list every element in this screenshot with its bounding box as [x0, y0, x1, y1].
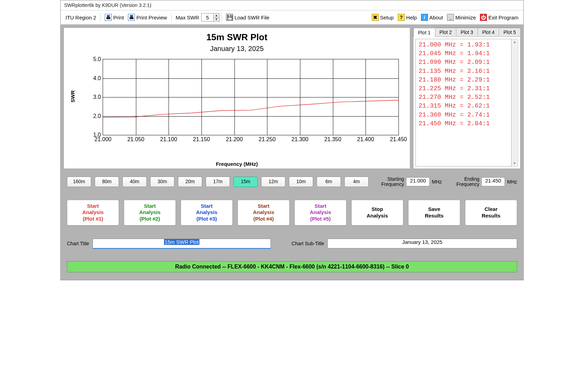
floppy-icon: 💾 — [226, 14, 233, 21]
band-row: 160m80m40m30m20m17m15m12m10m6m4m Startin… — [63, 174, 521, 189]
help-button[interactable]: ?Help — [396, 13, 419, 22]
band-20m[interactable]: 20m — [178, 177, 202, 187]
load-swr-button[interactable]: 💾Load SWR File — [224, 13, 272, 22]
y-tick: 2.0 — [93, 113, 103, 119]
title-row: Chart Title 15m SWR Plot Chart Sub-Title… — [63, 235, 521, 252]
x-tick: 21.450 — [390, 135, 407, 143]
x-tick: 21.200 — [226, 135, 243, 143]
max-swr-label: Max SWR — [174, 14, 201, 21]
spin-up[interactable]: ▲ — [214, 14, 219, 18]
x-tick: 21.300 — [292, 135, 309, 143]
x-axis-label: Frequency (MHz) — [68, 161, 406, 167]
tab-plot-2[interactable]: Plot 2 — [435, 28, 457, 36]
chart-subtitle-input[interactable]: January 13, 2025 — [327, 239, 517, 248]
max-swr-spinner[interactable]: ▲▼ — [201, 13, 220, 22]
band-12m[interactable]: 12m — [261, 177, 285, 187]
analysis-btn-4[interactable]: StartAnalysis(Plot #5) — [294, 200, 346, 225]
band-buttons: 160m80m40m30m20m17m15m12m10m6m4m — [67, 177, 369, 187]
band-40m[interactable]: 40m — [122, 177, 147, 187]
max-swr-input[interactable] — [201, 14, 213, 21]
y-tick: 5.0 — [93, 56, 103, 62]
tab-plot-4[interactable]: Plot 4 — [478, 28, 499, 36]
setup-button[interactable]: ✖Setup — [370, 13, 396, 22]
app-window: SWRplotter6k by K9DUR (Version 3.2.1) IT… — [60, 0, 524, 280]
exit-button[interactable]: ⏻Exit Program — [478, 13, 521, 22]
itu-region-button[interactable]: ITU Region 2 — [63, 14, 98, 21]
plot-tabs: Plot 1Plot 2Plot 3Plot 4Plot 5 — [413, 28, 520, 37]
chart-title: 15m SWR Plot — [68, 32, 406, 43]
analysis-btn-1[interactable]: StartAnalysis(Plot #2) — [124, 200, 176, 225]
help-icon: ? — [398, 14, 405, 21]
body: 15m SWR Plot January 13, 2025 SWR 1.02.0… — [61, 25, 523, 280]
data-list: 21.000 MHz = 1.93:1 21.045 MHz = 1.94:1 … — [415, 39, 512, 167]
tab-plot-3[interactable]: Plot 3 — [456, 28, 478, 36]
y-axis-label: SWR — [70, 90, 76, 102]
x-tick: 21.050 — [127, 135, 144, 143]
print-preview-button[interactable]: 🖶Print Preview — [126, 13, 169, 22]
x-tick: 21.350 — [324, 135, 341, 143]
starting-frequency: StartingFrequency 21.000 MHz — [381, 177, 442, 187]
chart-subtitle-label: Chart Sub-Title — [292, 241, 324, 246]
x-tick: 21.150 — [193, 135, 210, 143]
status-row: Radio Connected -- FLEX-6600 - KK4CNM - … — [63, 258, 521, 277]
end-freq-input[interactable]: 21.450 — [481, 177, 505, 186]
chart-box: 1.02.03.04.05.021.00021.05021.10021.1502… — [89, 59, 399, 149]
ending-frequency: EndingFrequency 21.450 MHz — [456, 177, 517, 187]
start-freq-label: StartingFrequency — [381, 177, 404, 187]
print-icon: 🖶 — [105, 14, 112, 21]
band-80m[interactable]: 80m — [95, 177, 119, 187]
y-tick: 3.0 — [93, 94, 103, 100]
tab-plot-1[interactable]: Plot 1 — [413, 28, 435, 37]
mhz-unit: MHz — [507, 179, 517, 185]
print-button[interactable]: 🖶Print — [103, 13, 126, 22]
band-4m[interactable]: 4m — [344, 177, 369, 187]
analysis-btn-7[interactable]: ClearResults — [465, 200, 517, 225]
band-15m[interactable]: 15m — [233, 177, 258, 187]
about-button[interactable]: iAbout — [419, 13, 445, 22]
minimize-button[interactable]: _Minimize — [445, 13, 478, 22]
chart-subtitle: January 13, 2025 — [68, 45, 406, 53]
window-title: SWRplotter6k by K9DUR (Version 3.2.1) — [61, 0, 523, 10]
tools-icon: ✖ — [372, 14, 379, 21]
chart-title-label: Chart Title — [67, 241, 89, 246]
mhz-unit: MHz — [432, 179, 442, 185]
band-17m[interactable]: 17m — [206, 177, 230, 187]
x-tick: 21.100 — [160, 135, 177, 143]
toolbar: ITU Region 2 🖶Print 🖶Print Preview Max S… — [61, 10, 523, 25]
band-10m[interactable]: 10m — [289, 177, 313, 187]
end-freq-label: EndingFrequency — [456, 177, 479, 187]
scroll-down-icon[interactable]: ▼ — [512, 161, 518, 166]
tab-plot-5[interactable]: Plot 5 — [499, 28, 521, 36]
status-bar: Radio Connected -- FLEX-6600 - KK4CNM - … — [67, 261, 517, 272]
data-panel: Plot 1Plot 2Plot 3Plot 4Plot 5 21.000 MH… — [413, 27, 521, 169]
x-tick: 21.000 — [95, 135, 112, 143]
band-30m[interactable]: 30m — [150, 177, 174, 187]
x-tick: 21.250 — [259, 135, 276, 143]
data-scrollbar[interactable]: ▲ ▼ — [512, 39, 518, 167]
scroll-up-icon[interactable]: ▲ — [512, 39, 518, 45]
power-icon: ⏻ — [480, 14, 487, 21]
chart-title-input[interactable]: 15m SWR Plot — [93, 239, 271, 249]
band-6m[interactable]: 6m — [317, 177, 341, 187]
chart-panel: 15m SWR Plot January 13, 2025 SWR 1.02.0… — [63, 27, 410, 169]
minimize-icon: _ — [447, 14, 454, 21]
analysis-btn-3[interactable]: StartAnalysis(Plot #4) — [238, 200, 290, 225]
analysis-btn-5[interactable]: StopAnalysis — [351, 200, 403, 225]
y-tick: 4.0 — [93, 75, 103, 82]
print-preview-icon: 🖶 — [128, 14, 135, 21]
x-tick: 21.400 — [357, 135, 374, 143]
analysis-btn-2[interactable]: StartAnalysis(Plot #3) — [181, 200, 233, 225]
plot-area: 1.02.03.04.05.021.00021.05021.10021.1502… — [103, 59, 399, 135]
analysis-btn-0[interactable]: StartAnalysis(Plot #1) — [67, 200, 119, 225]
spin-down[interactable]: ▼ — [214, 18, 219, 21]
analysis-buttons: StartAnalysis(Plot #1)StartAnalysis(Plot… — [63, 196, 521, 230]
band-160m[interactable]: 160m — [67, 177, 91, 187]
start-freq-input[interactable]: 21.000 — [406, 177, 430, 186]
info-icon: i — [421, 14, 428, 21]
analysis-btn-6[interactable]: SaveResults — [408, 200, 460, 225]
